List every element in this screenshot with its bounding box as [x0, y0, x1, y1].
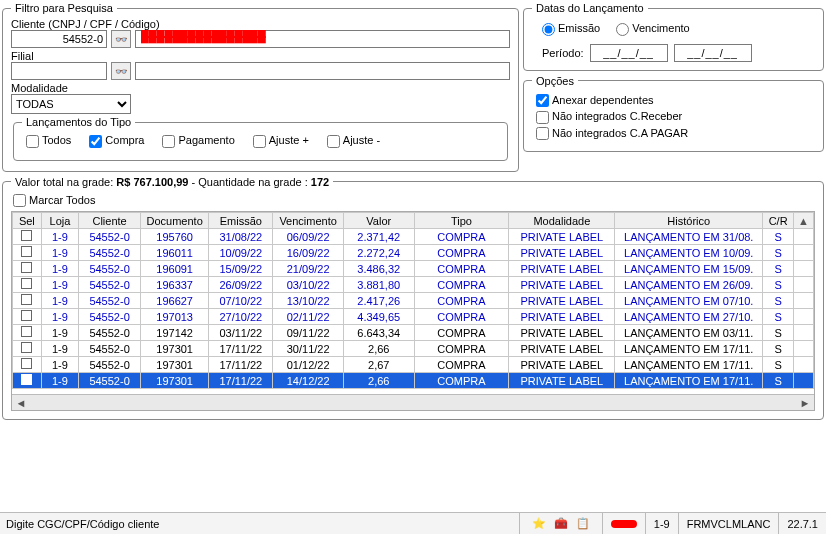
todos-label: Todos — [42, 134, 71, 146]
scroll-right-icon[interactable]: ► — [798, 397, 812, 409]
cliente-code-input[interactable] — [11, 30, 107, 48]
binoculars-icon: 👓 — [115, 66, 127, 77]
filtro-legend: Filtro para Pesquisa — [11, 2, 117, 14]
row-select-checkbox[interactable] — [21, 230, 32, 241]
row-select-checkbox[interactable] — [21, 326, 32, 337]
grid-wrap: Sel Loja Cliente Documento Emissão Venci… — [11, 211, 815, 411]
row-select-checkbox[interactable] — [21, 374, 32, 385]
col-loja[interactable]: Loja — [41, 213, 79, 229]
status-redacted — [611, 520, 637, 528]
status-bar: Digite CGC/CPF/Código cliente ⭐ 🧰 📋 1-9 … — [0, 512, 826, 534]
datas-lancamento-group: Datas do Lançamento Emissão Vencimento P… — [523, 2, 824, 71]
opcoes-group: Opções Anexar dependentes Não integrados… — [523, 75, 824, 153]
grid-qtd-value: 172 — [311, 176, 329, 188]
ajuste-mais-label: Ajuste + — [269, 134, 309, 146]
row-select-checkbox[interactable] — [21, 262, 32, 273]
periodo-ate-input[interactable] — [674, 44, 752, 62]
emissao-radio[interactable]: Emissão — [542, 22, 600, 36]
col-cliente[interactable]: Cliente — [79, 213, 141, 229]
horizontal-scrollbar[interactable]: ◄ ► — [12, 394, 814, 410]
star-icon[interactable]: ⭐ — [530, 517, 548, 531]
scroll-left-icon[interactable]: ◄ — [14, 397, 28, 409]
pagamento-checkbox[interactable]: Pagamento — [162, 134, 234, 148]
grid-total-value: R$ 767.100,99 — [116, 176, 188, 188]
row-select-checkbox[interactable] — [21, 358, 32, 369]
lancamentos-tipo-legend: Lançamentos do Tipo — [22, 116, 135, 128]
row-select-checkbox[interactable] — [21, 246, 32, 257]
nao-int-receber-checkbox[interactable]: Não integrados C.Receber — [536, 110, 682, 124]
anexar-checkbox[interactable]: Anexar dependentes — [536, 94, 654, 108]
col-valor[interactable]: Valor — [343, 213, 414, 229]
periodo-label: Período: — [542, 47, 584, 59]
grid-dash: - — [188, 176, 198, 188]
status-loja: 1-9 — [645, 513, 678, 534]
status-version: 22.7.1 — [778, 513, 826, 534]
data-grid[interactable]: Sel Loja Cliente Documento Emissão Venci… — [12, 212, 814, 389]
filial-code-input[interactable] — [11, 62, 107, 80]
nao-int-pagar-checkbox[interactable]: Não integrados C.A PAGAR — [536, 127, 688, 141]
col-sel[interactable]: Sel — [13, 213, 42, 229]
grid-total-prefix: Valor total na grade: — [15, 176, 116, 188]
lancamentos-tipo-group: Lançamentos do Tipo Todos Compra Pagamen… — [13, 116, 508, 161]
clipboard-icon[interactable]: 📋 — [574, 517, 592, 531]
grid-group: Valor total na grade: R$ 767.100,99 - Qu… — [2, 176, 824, 421]
compra-label: Compra — [105, 134, 144, 146]
vencimento-radio[interactable]: Vencimento — [616, 22, 689, 36]
col-modalidade[interactable]: Modalidade — [509, 213, 615, 229]
table-row[interactable]: 1-954552-019576031/08/2206/09/222.371,42… — [13, 229, 814, 245]
marcar-todos-checkbox[interactable]: Marcar Todos — [13, 194, 95, 206]
cliente-name-redacted: ████████████████ — [141, 30, 266, 42]
table-row[interactable]: 1-954552-019662707/10/2213/10/222.417,26… — [13, 293, 814, 309]
ajuste-menos-checkbox[interactable]: Ajuste - — [327, 134, 380, 148]
periodo-de-input[interactable] — [590, 44, 668, 62]
filtro-pesquisa-group: Filtro para Pesquisa Cliente (CNPJ / CPF… — [2, 2, 519, 172]
row-select-checkbox[interactable] — [21, 294, 32, 305]
row-select-checkbox[interactable] — [21, 278, 32, 289]
table-row[interactable]: 1-954552-019730117/11/2214/12/222,66COMP… — [13, 373, 814, 389]
nao-int-receber-label: Não integrados C.Receber — [552, 110, 682, 122]
col-emissao[interactable]: Emissão — [209, 213, 273, 229]
opcoes-legend: Opções — [532, 75, 578, 87]
col-documento[interactable]: Documento — [140, 213, 208, 229]
col-cr[interactable]: C/R — [763, 213, 794, 229]
grid-legend: Valor total na grade: R$ 767.100,99 - Qu… — [11, 176, 333, 188]
table-row[interactable]: 1-954552-019701327/10/2202/11/224.349,65… — [13, 309, 814, 325]
table-row[interactable]: 1-954552-019714203/11/2209/11/226.643,34… — [13, 325, 814, 341]
search-filial-button[interactable]: 👓 — [111, 62, 131, 80]
grid-qtd-prefix: Quantidade na grade : — [198, 176, 311, 188]
status-hint: Digite CGC/CPF/Código cliente — [0, 518, 519, 530]
filial-label: Filial — [11, 50, 510, 62]
compra-checkbox[interactable]: Compra — [89, 134, 144, 148]
nao-int-pagar-label: Não integrados C.A PAGAR — [552, 127, 688, 139]
modalidade-label: Modalidade — [11, 82, 510, 94]
ajuste-menos-label: Ajuste - — [343, 134, 380, 146]
util-icon[interactable]: 🧰 — [552, 517, 570, 531]
table-row[interactable]: 1-954552-019633726/09/2203/10/223.881,80… — [13, 277, 814, 293]
search-cliente-button[interactable]: 👓 — [111, 30, 131, 48]
table-row[interactable]: 1-954552-019730117/11/2201/12/222,67COMP… — [13, 357, 814, 373]
table-row[interactable]: 1-954552-019609115/09/2221/09/223.486,32… — [13, 261, 814, 277]
marcar-todos-label: Marcar Todos — [29, 194, 95, 206]
cliente-label: Cliente (CNPJ / CPF / Código) — [11, 18, 510, 30]
col-historico[interactable]: Histórico — [615, 213, 763, 229]
col-tipo[interactable]: Tipo — [414, 213, 509, 229]
vencimento-label: Vencimento — [632, 22, 689, 34]
datas-legend: Datas do Lançamento — [532, 2, 648, 14]
pagamento-label: Pagamento — [178, 134, 234, 146]
emissao-label: Emissão — [558, 22, 600, 34]
status-form: FRMVCLMLANC — [678, 513, 779, 534]
grid-header-row[interactable]: Sel Loja Cliente Documento Emissão Venci… — [13, 213, 814, 229]
table-row[interactable]: 1-954552-019730117/11/2230/11/222,66COMP… — [13, 341, 814, 357]
col-vencimento[interactable]: Vencimento — [273, 213, 344, 229]
row-select-checkbox[interactable] — [21, 342, 32, 353]
filial-name-input[interactable] — [135, 62, 510, 80]
modalidade-select[interactable]: TODAS — [11, 94, 131, 114]
row-select-checkbox[interactable] — [21, 310, 32, 321]
anexar-label: Anexar dependentes — [552, 94, 654, 106]
table-row[interactable]: 1-954552-019601110/09/2216/09/222.272,24… — [13, 245, 814, 261]
col-sort-arrow[interactable]: ▲ — [794, 213, 814, 229]
todos-checkbox[interactable]: Todos — [26, 134, 71, 148]
ajuste-mais-checkbox[interactable]: Ajuste + — [253, 134, 309, 148]
binoculars-icon: 👓 — [115, 34, 127, 45]
